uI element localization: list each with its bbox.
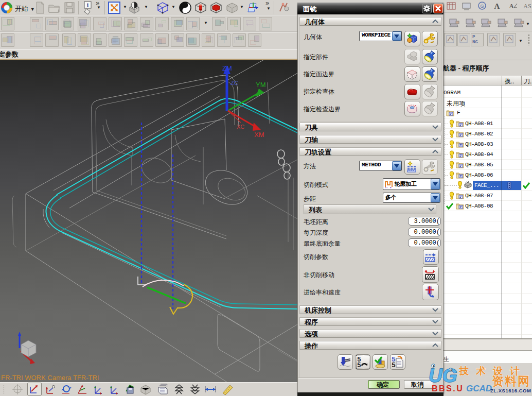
svg-text:YM: YM <box>256 81 266 89</box>
svg-text:UG: UG <box>429 365 457 386</box>
svg-text:G: G <box>480 4 484 9</box>
svg-text:XC: XC <box>237 124 244 130</box>
svg-text:ZL.XS1616.COM: ZL.XS1616.COM <box>490 388 531 393</box>
svg-text:XM: XM <box>254 131 264 139</box>
svg-text:资料网: 资料网 <box>492 374 530 388</box>
svg-text:A: A <box>509 3 514 10</box>
svg-text:A: A <box>494 2 500 10</box>
svg-text:BBS.U: BBS.U <box>432 384 464 393</box>
svg-text:i: i <box>87 2 88 8</box>
svg-text:ZC: ZC <box>230 80 238 86</box>
svg-text:5: 5 <box>392 361 396 368</box>
svg-text:GCAD: GCAD <box>466 384 492 393</box>
svg-text:AS: AS <box>523 3 531 10</box>
svg-text:ZM: ZM <box>222 64 232 72</box>
